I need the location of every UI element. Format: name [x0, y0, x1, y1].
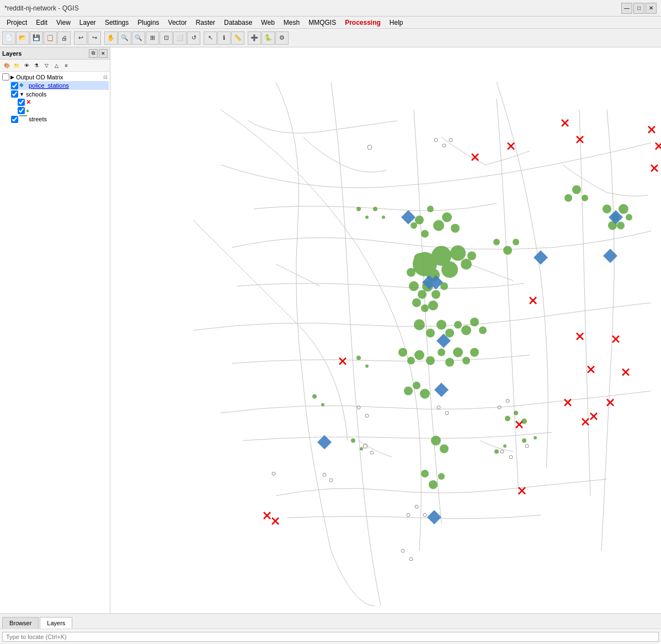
svg-point-21 — [418, 290, 427, 299]
svg-point-1 — [415, 216, 424, 224]
locate-input[interactable] — [2, 632, 659, 642]
redo-button[interactable]: ↪ — [88, 31, 101, 45]
svg-point-66 — [356, 356, 361, 360]
layer-streets[interactable]: streets — [10, 115, 109, 124]
open-layer-styling[interactable]: 🎨 — [2, 61, 11, 70]
svg-point-4 — [421, 230, 429, 238]
svg-point-20 — [409, 281, 419, 291]
svg-point-27 — [428, 300, 438, 310]
menu-web[interactable]: Web — [257, 18, 279, 28]
layer-schools-red-checkbox[interactable] — [18, 99, 25, 106]
select-tool[interactable]: ↖ — [204, 31, 217, 45]
svg-point-35 — [479, 326, 487, 334]
svg-point-2 — [427, 206, 434, 212]
window-controls: — □ ✕ — [621, 3, 657, 14]
add-layer-button[interactable]: ➕ — [248, 31, 261, 45]
layer-schools-green[interactable]: ● — [17, 106, 109, 115]
layer-schools-red[interactable]: ✕ — [17, 98, 109, 106]
svg-point-3 — [433, 220, 444, 231]
zoom-full-button[interactable]: ⊞ — [146, 31, 159, 45]
menu-settings[interactable]: Settings — [100, 18, 133, 28]
manage-layer-visibility[interactable]: 👁 — [22, 61, 31, 70]
svg-point-71 — [321, 403, 324, 406]
refresh-button[interactable]: ↺ — [187, 31, 200, 45]
python-console-button[interactable]: 🐍 — [262, 31, 275, 45]
svg-point-49 — [617, 222, 625, 229]
save-as-button[interactable]: 📋 — [44, 31, 57, 45]
svg-point-29 — [426, 329, 435, 337]
zoom-layer-button[interactable]: ⊡ — [159, 31, 173, 45]
svg-point-64 — [373, 207, 377, 211]
pan-tool[interactable]: ✋ — [104, 31, 118, 45]
measure-button[interactable]: 📏 — [231, 31, 244, 45]
svg-point-52 — [572, 185, 581, 194]
svg-point-30 — [436, 320, 446, 330]
tab-layers[interactable]: Layers — [40, 617, 72, 629]
map-canvas[interactable] — [110, 47, 661, 613]
identify-button[interactable]: ℹ — [217, 31, 231, 45]
svg-point-18 — [503, 246, 512, 255]
zoom-selection-button[interactable]: ⬜ — [173, 31, 186, 45]
print-button[interactable]: 🖨 — [57, 31, 71, 45]
zoom-out-button[interactable]: 🔍 — [132, 31, 145, 45]
svg-point-72 — [505, 416, 510, 421]
zoom-in-button[interactable]: 🔍 — [118, 31, 131, 45]
layer-schools-green-checkbox[interactable] — [18, 107, 25, 114]
menu-project[interactable]: Project — [2, 18, 31, 28]
svg-point-69 — [360, 447, 363, 450]
filter-layer-by-expression[interactable]: ⚗ — [32, 61, 41, 70]
layer-police-stations[interactable]: ◆ police_stations — [10, 81, 109, 90]
processing-toolbox-button[interactable]: ⚙ — [275, 31, 289, 45]
menu-database[interactable]: Database — [220, 18, 257, 28]
toolbar: 📄 📂 💾 📋 🖨 ↩ ↪ ✋ 🔍 🔍 ⊞ ⊡ ⬜ ↺ ↖ ℹ 📏 ➕ 🐍 ⚙ — [0, 29, 661, 47]
svg-point-50 — [626, 214, 632, 221]
close-button[interactable]: ✕ — [646, 3, 657, 14]
collapse-all[interactable]: △ — [52, 61, 61, 70]
menu-vector[interactable]: Vector — [164, 18, 191, 28]
layer-output-od-matrix[interactable]: ▶ Output OD Matrix ⊟ — [1, 73, 109, 81]
svg-point-67 — [365, 364, 369, 368]
svg-point-31 — [445, 329, 454, 337]
menu-layer[interactable]: Layer — [75, 18, 100, 28]
layer-streets-checkbox[interactable] — [11, 116, 18, 123]
menu-plugins[interactable]: Plugins — [133, 18, 163, 28]
locate-bar — [0, 629, 661, 644]
svg-point-38 — [414, 350, 424, 360]
menu-help[interactable]: Help — [385, 18, 408, 28]
svg-point-62 — [356, 207, 361, 211]
svg-point-42 — [453, 347, 463, 357]
svg-point-45 — [603, 205, 611, 213]
layer-schools-group[interactable]: ▼ schools — [10, 90, 109, 98]
layer-schools-checkbox[interactable] — [11, 90, 18, 98]
expand-all[interactable]: ▽ — [42, 61, 51, 70]
svg-point-78 — [503, 444, 507, 448]
svg-point-57 — [413, 382, 420, 389]
svg-point-15 — [461, 259, 472, 270]
layer-od-checkbox[interactable] — [2, 73, 9, 80]
svg-point-44 — [470, 348, 479, 357]
menu-view[interactable]: View — [52, 18, 75, 28]
tab-browser[interactable]: Browser — [2, 617, 39, 629]
layer-police-name: police_stations — [29, 82, 69, 89]
add-group[interactable]: 📁 — [12, 61, 21, 70]
maximize-button[interactable]: □ — [633, 3, 644, 14]
layers-panel-close-button[interactable]: ✕ — [99, 49, 108, 58]
undo-button[interactable]: ↩ — [74, 31, 87, 45]
menu-mesh[interactable]: Mesh — [279, 18, 304, 28]
layers-more-options[interactable]: ≡ — [62, 61, 71, 70]
window-title: *reddit-nj-network - QGIS — [4, 4, 79, 12]
save-project-button[interactable]: 💾 — [30, 31, 43, 45]
new-project-button[interactable]: 📄 — [2, 31, 15, 45]
layer-police-checkbox[interactable] — [11, 82, 18, 89]
layers-panel-float-button[interactable]: ⧉ — [89, 49, 98, 58]
svg-point-76 — [534, 436, 537, 439]
minimize-button[interactable]: — — [621, 3, 632, 14]
menu-mmqgis[interactable]: MMQGIS — [304, 18, 340, 28]
menu-edit[interactable]: Edit — [31, 18, 52, 28]
menu-processing[interactable]: Processing — [340, 18, 385, 28]
svg-point-54 — [431, 436, 441, 446]
menu-raster[interactable]: Raster — [191, 18, 220, 28]
svg-point-56 — [404, 387, 413, 395]
svg-point-75 — [522, 438, 526, 443]
open-project-button[interactable]: 📂 — [16, 31, 29, 45]
